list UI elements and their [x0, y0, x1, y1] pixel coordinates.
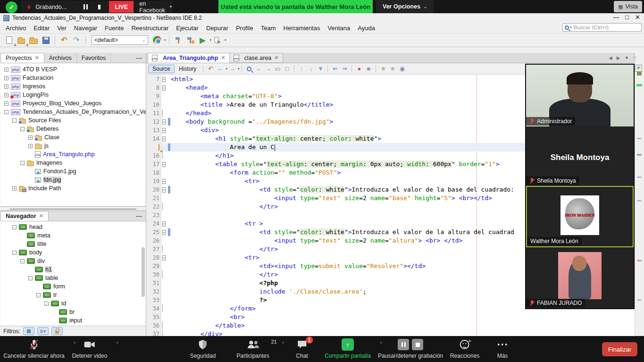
- collapse-icon[interactable]: -: [28, 276, 33, 280]
- share-button[interactable]: ↑＾Compartir pantalla: [325, 338, 371, 359]
- tree-item-4to-b-vesp[interactable]: +php4TO B VESP: [0, 65, 146, 74]
- tree-item-clase[interactable]: +Clase: [0, 133, 146, 142]
- toggle-bookmark-icon[interactable]: ▼: [316, 65, 325, 73]
- undo-button[interactable]: ↶: [59, 34, 70, 46]
- scroll-tabs-right-icon[interactable]: ▶: [617, 55, 620, 60]
- browser-chrome-icon[interactable]: [151, 34, 163, 46]
- menu-item-reestructurar[interactable]: Reestructurar: [127, 23, 172, 33]
- filter-static-button[interactable]: S●: [37, 327, 49, 335]
- collapse-icon[interactable]: -: [36, 293, 41, 297]
- last-edit-icon[interactable]: ↶: [206, 65, 215, 73]
- rectangular-selection-icon[interactable]: □: [282, 65, 292, 73]
- close-icon[interactable]: ✕: [35, 55, 39, 61]
- chevron-up-icon[interactable]: ＾: [281, 340, 285, 346]
- close-icon[interactable]: ✕: [39, 213, 43, 219]
- tree-item-logingpis[interactable]: +phpLogingPis: [0, 91, 146, 99]
- comment-icon[interactable]: ≡: [378, 65, 388, 73]
- code-line[interactable]: 36 </table>: [146, 321, 635, 330]
- previous-occurrence-icon[interactable]: ←: [254, 65, 263, 73]
- participants-button[interactable]: 21＾Participantes: [236, 338, 269, 359]
- find-icon[interactable]: [244, 65, 254, 73]
- more-button[interactable]: Más: [497, 338, 508, 359]
- run-project-button[interactable]: ▶: [197, 34, 209, 46]
- security-button[interactable]: Seguridad: [190, 338, 216, 359]
- error-stripe[interactable]: [635, 53, 644, 336]
- browser-dropdown-icon[interactable]: ▾: [164, 38, 166, 42]
- maximize-editor-icon[interactable]: □: [633, 55, 636, 60]
- tab-favoritos[interactable]: Favoritos: [77, 53, 111, 63]
- vista-button[interactable]: ▦ Vista: [614, 1, 642, 12]
- participant-tile-walther[interactable]: IRON MAIDEN Walther Mora León: [526, 186, 634, 247]
- shift-right-icon[interactable]: ⇒: [340, 65, 349, 73]
- tree-item-imagenes[interactable]: -Imagenes: [0, 159, 146, 167]
- back-icon[interactable]: ←: [215, 65, 225, 73]
- tree-item-facturacion[interactable]: +phpFacturacion: [0, 74, 146, 82]
- menu-item-profile[interactable]: Profile: [232, 23, 257, 33]
- end-meeting-button[interactable]: Finalizar: [602, 342, 637, 356]
- pause-recording-icon[interactable]: [84, 4, 88, 9]
- minimize-button[interactable]: —: [613, 14, 619, 21]
- source-view-button[interactable]: Source: [148, 65, 175, 73]
- participants-video-panel[interactable]: Administrador Sheila Montoya Sheila Mont…: [525, 64, 635, 309]
- tree-item-js[interactable]: +js: [0, 142, 146, 150]
- close-button[interactable]: ✕: [635, 14, 640, 21]
- menu-item-herramientas[interactable]: Herramientas: [280, 23, 324, 33]
- menu-item-ayuda[interactable]: Ayuda: [354, 23, 379, 33]
- mute-button[interactable]: ＾Cancelar silenciar ahora: [3, 338, 64, 359]
- maximize-button[interactable]: □: [625, 14, 629, 21]
- zoom-security-shield-icon[interactable]: ✓: [6, 1, 17, 13]
- record-macro-icon[interactable]: ●: [354, 65, 364, 73]
- code-line[interactable]: 35 <br>: [146, 313, 635, 321]
- nav-item-meta[interactable]: <>meta: [0, 231, 146, 240]
- expand-icon[interactable]: +: [4, 67, 8, 72]
- menu-item-ver[interactable]: Ver: [53, 23, 70, 33]
- close-tab-icon[interactable]: ✕: [221, 55, 225, 61]
- debug-project-button[interactable]: [212, 34, 223, 46]
- memory-icon[interactable]: ◉: [397, 65, 407, 73]
- collapse-icon[interactable]: -: [20, 127, 25, 131]
- tab-archivos[interactable]: Archivos: [44, 53, 77, 63]
- toggle-highlight-icon[interactable]: ▭: [273, 65, 282, 73]
- hint-lightbulb-icon[interactable]: [159, 143, 159, 151]
- expand-icon[interactable]: +: [4, 76, 8, 80]
- participant-tile-sheila[interactable]: Sheila Montoya Sheila Montoya: [526, 126, 634, 186]
- dropdown-icon[interactable]: ▾: [238, 67, 240, 71]
- tree-item-proyecto-blog-video-juegos[interactable]: +phpProyecto_Blog_Video_Juegos: [0, 99, 146, 108]
- participant-tile-fabian[interactable]: FABIAN JURADO: [526, 247, 634, 308]
- view-options-button[interactable]: Ver Opciones ⌄: [376, 0, 434, 13]
- menu-item-ejecutar[interactable]: Ejecutar: [172, 23, 202, 33]
- nav-item-h1[interactable]: <>h1: [0, 265, 146, 274]
- video-panel-drag-handle[interactable]: ✛: [635, 65, 642, 72]
- menu-item-archivo[interactable]: Archivo: [2, 23, 30, 33]
- tree-item-ingresos[interactable]: +phpIngresos: [0, 82, 146, 91]
- panel-splitter[interactable]: [0, 206, 146, 211]
- collapse-icon[interactable]: -: [4, 110, 8, 114]
- clean-build-button[interactable]: [185, 34, 196, 46]
- nav-item-br[interactable]: <>br: [0, 308, 146, 316]
- menu-item-depurar[interactable]: Depurar: [202, 23, 232, 33]
- nav-item-tr[interactable]: -<>tr: [0, 291, 146, 299]
- editor-tab-area-triangulo[interactable]: php Area_Triangulo.php ✕: [148, 53, 230, 63]
- redo-button[interactable]: ↷: [71, 34, 82, 46]
- stop-recording-icon[interactable]: [98, 5, 100, 9]
- new-project-button[interactable]: +: [16, 34, 27, 46]
- collapse-icon[interactable]: -: [12, 225, 17, 229]
- expand-icon[interactable]: +: [4, 84, 8, 89]
- tab-proyectos[interactable]: Proyectos✕: [0, 53, 44, 63]
- menu-item-fuente[interactable]: Fuente: [101, 23, 127, 33]
- stop-recording-icon[interactable]: [412, 339, 423, 350]
- editor-tab-clase-area[interactable]: php clase.area ✕: [230, 53, 283, 63]
- scroll-tabs-left-icon[interactable]: ◀: [609, 55, 612, 60]
- nav-item-div[interactable]: -<>div: [0, 257, 146, 265]
- expand-icon[interactable]: +: [28, 135, 33, 140]
- filter-fields-button[interactable]: [23, 327, 34, 335]
- nav-item-head[interactable]: -<>head: [0, 223, 146, 231]
- nav-item-title[interactable]: <>title: [0, 240, 146, 248]
- minimize-panel-icon[interactable]: —: [136, 212, 142, 219]
- nav-item-form[interactable]: <>form: [0, 282, 146, 291]
- build-project-button[interactable]: [173, 34, 184, 46]
- search-dropdown-icon[interactable]: ▾: [570, 25, 572, 29]
- debug-dropdown-icon[interactable]: ▾: [225, 38, 226, 42]
- nav-item-td[interactable]: -<>td: [0, 299, 146, 308]
- menu-item-ventana[interactable]: Ventana: [324, 23, 354, 33]
